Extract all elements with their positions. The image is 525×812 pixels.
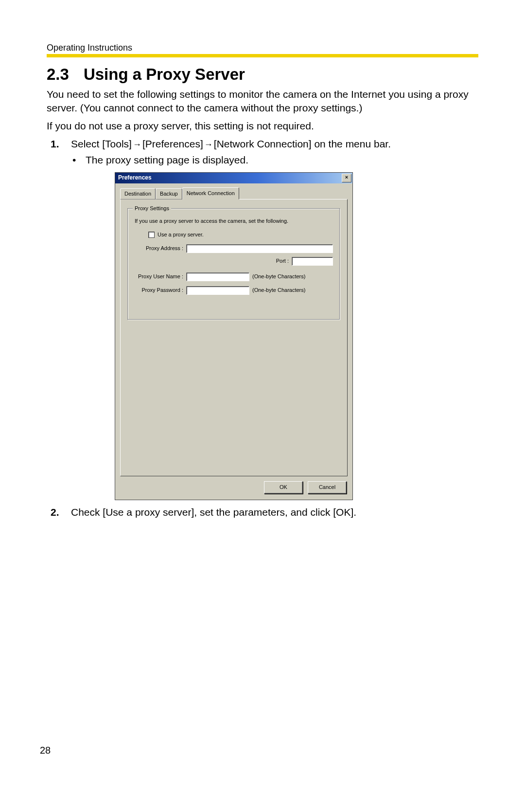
step-1-number: 1. [51,137,59,151]
header-rule [47,54,478,57]
tab-backup[interactable]: Backup [156,188,182,199]
section-title-text: Using a Proxy Server [84,65,245,83]
step-2-number: 2. [51,505,59,519]
dialog-title: Preferences [118,174,342,182]
step-2-text: Check [Use a proxy server], set the para… [71,506,356,518]
use-proxy-label: Use a proxy server. [158,231,204,238]
proxy-address-label: Proxy Address : [135,245,186,252]
ok-button[interactable]: OK [264,481,303,494]
proxy-address-input[interactable] [186,244,333,253]
tab-panel: Proxy Settings If you use a proxy server… [120,199,348,476]
arrow-icon: → [203,140,214,149]
step-1-text-a: Select [Tools] [71,138,132,149]
onebyte-hint-password: (One-byte Characters) [252,287,305,294]
step-1: 1. Select [Tools]→[Preferences]→[Network… [47,137,478,500]
fieldset-desc: If you use a proxy server to access the … [135,217,333,225]
use-proxy-row: Use a proxy server. [135,231,333,238]
step-1-text-c: [Network Connection] on the menu bar. [214,138,391,149]
page-number: 28 [40,745,51,756]
intro-paragraph-2: If you do not use a proxy server, this s… [47,119,478,133]
step-2: 2. Check [Use a proxy server], set the p… [47,505,478,519]
preferences-dialog: Preferences × Destination Backup Network… [115,172,353,500]
tab-destination[interactable]: Destination [120,188,156,199]
step-1-sub-bullet: The proxy setting page is displayed. [71,153,478,167]
step-1-text-b: [Preferences] [142,138,203,149]
intro-paragraph-1: You need to set the following settings t… [47,88,478,115]
close-button[interactable]: × [342,174,351,182]
dialog-footer: OK Cancel [115,476,352,500]
port-input[interactable] [292,257,333,266]
arrow-icon: → [132,140,142,149]
proxy-password-label: Proxy Password : [135,287,186,294]
dialog-titlebar: Preferences × [115,173,352,183]
cancel-button[interactable]: Cancel [308,481,347,494]
onebyte-hint-user: (One-byte Characters) [252,273,305,280]
use-proxy-checkbox[interactable] [148,232,155,238]
tabs-row: Destination Backup Network Connection [120,188,348,199]
proxy-user-label: Proxy User Name : [135,273,186,280]
section-heading: 2.3Using a Proxy Server [47,65,478,84]
port-label: Port : [276,257,292,265]
tab-network-connection[interactable]: Network Connection [182,187,239,199]
proxy-password-input[interactable] [186,286,249,295]
page-header: Operating Instructions [47,43,478,53]
proxy-settings-fieldset: Proxy Settings If you use a proxy server… [127,208,340,320]
proxy-user-input[interactable] [186,272,249,281]
section-number: 2.3 [47,65,69,83]
fieldset-legend: Proxy Settings [133,205,171,212]
